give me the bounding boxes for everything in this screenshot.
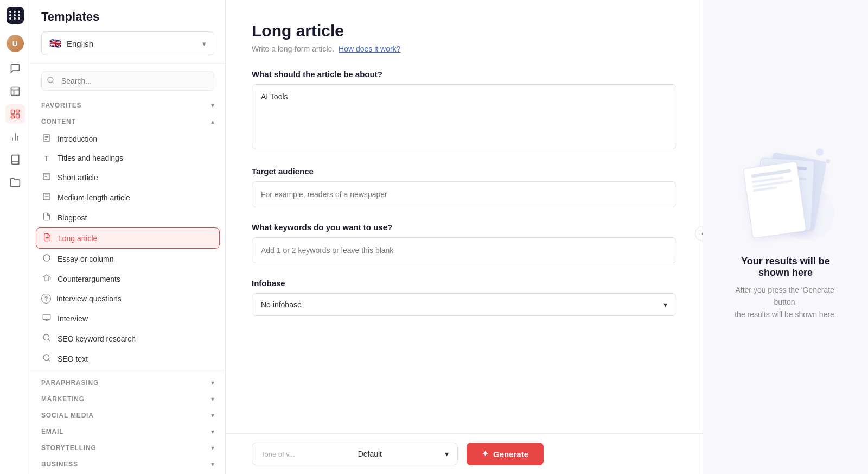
content-chevron-icon: ▴: [211, 118, 214, 125]
paper-1: [743, 161, 806, 239]
section-label-marketing: MARKETING: [41, 395, 85, 403]
results-panel: Your results will be shown here After yo…: [703, 0, 868, 474]
section-header-favorites[interactable]: FAVORITES ▾: [30, 96, 225, 112]
social-media-chevron-icon: ▾: [211, 412, 214, 419]
results-illustration: [737, 154, 834, 241]
svg-rect-25: [43, 314, 50, 319]
tone-value: Default: [358, 450, 382, 458]
section-label-favorites: FAVORITES: [41, 102, 81, 109]
section-label-storytelling: STORYTELLING: [41, 444, 97, 452]
search-icon: [47, 76, 55, 86]
how-it-works-link[interactable]: How does it work?: [339, 45, 400, 53]
about-field-group: What should the article be about? AI Too…: [252, 69, 676, 151]
folder-icon[interactable]: [5, 173, 25, 192]
sidebar-item-titles[interactable]: T Titles and headings: [36, 149, 220, 167]
language-selector[interactable]: 🇬🇧 English ▾: [41, 31, 214, 55]
icon-bar: U: [0, 0, 30, 474]
svg-line-31: [48, 359, 50, 361]
svg-line-11: [52, 81, 54, 83]
short-article-icon: [41, 172, 52, 182]
keywords-label: What keywords do you want to use?: [252, 223, 676, 232]
sidebar-item-short-article[interactable]: Short article: [36, 167, 220, 187]
about-textarea[interactable]: AI Tools: [252, 84, 676, 149]
sidebar-item-seo-keyword[interactable]: SEO keyword research: [36, 328, 220, 349]
content-items: Introduction T Titles and headings Short…: [30, 129, 225, 369]
generate-button[interactable]: ✦ Generate: [467, 443, 544, 465]
sidebar-item-seo-text[interactable]: SEO text: [36, 349, 220, 369]
blogpost-icon: [41, 212, 52, 223]
favorites-chevron-icon: ▾: [211, 102, 214, 109]
keywords-field-group: What keywords do you want to use?: [252, 223, 676, 263]
results-subtitle: After you press the 'Generate' button,th…: [725, 284, 846, 320]
user-avatar[interactable]: U: [7, 35, 24, 52]
form-subtitle: Write a long-form article. How does it w…: [252, 45, 676, 53]
sidebar-item-label: Essay or column: [58, 255, 113, 263]
sidebar-item-label: Blogpost: [58, 213, 87, 222]
sidebar-nav: FAVORITES ▾ CONTENT ▴ Introduction T Tit…: [30, 91, 225, 474]
tone-label: Tone of v...: [261, 450, 295, 458]
counterarguments-icon: [41, 274, 52, 284]
section-header-business[interactable]: BUSINESS ▾: [30, 455, 225, 471]
app-logo[interactable]: [7, 7, 24, 24]
section-label-social-media: SOCIAL MEDIA: [41, 412, 94, 419]
tone-select[interactable]: Tone of v... Default ▾: [252, 443, 458, 465]
documents-icon[interactable]: [5, 81, 25, 101]
section-header-paraphrasing[interactable]: PARAPHRASING ▾: [30, 374, 225, 390]
svg-rect-0: [11, 87, 19, 96]
sidebar-item-long-article[interactable]: Long article: [36, 227, 220, 249]
language-name: English: [67, 39, 93, 48]
svg-point-28: [43, 334, 49, 340]
about-label: What should the article be about?: [252, 69, 676, 79]
sidebar-item-label: Medium-length article: [58, 193, 130, 202]
section-header-social-media[interactable]: SOCIAL MEDIA ▾: [30, 406, 225, 422]
section-header-email[interactable]: EMAIL ▾: [30, 422, 225, 439]
search-input[interactable]: [41, 71, 214, 91]
paper-stack: [737, 154, 834, 241]
books-icon[interactable]: [5, 150, 25, 169]
infobase-value: No infobase: [261, 300, 302, 309]
sidebar: Templates 🇬🇧 English ▾ FAVORITES ▾ CONTE…: [30, 0, 226, 474]
svg-rect-5: [16, 114, 19, 118]
email-chevron-icon: ▾: [211, 428, 214, 435]
sidebar-item-blogpost[interactable]: Blogpost: [36, 207, 220, 227]
language-flag: 🇬🇧: [49, 37, 61, 49]
svg-point-24: [43, 255, 50, 261]
sidebar-item-medium-article[interactable]: Medium-length article: [36, 187, 220, 207]
sidebar-item-essay[interactable]: Essay or column: [36, 249, 220, 269]
seo-text-icon: [41, 353, 52, 364]
svg-rect-3: [11, 110, 14, 115]
svg-rect-4: [16, 110, 19, 112]
sidebar-item-label: SEO keyword research: [58, 334, 136, 343]
interview-icon: [41, 313, 52, 324]
chat-icon[interactable]: [5, 59, 25, 78]
essay-icon: [41, 254, 52, 264]
sidebar-item-label: Counterarguments: [58, 275, 120, 283]
chart-icon[interactable]: [5, 127, 25, 147]
section-label-paraphrasing: PARAPHRASING: [41, 379, 99, 387]
language-chevron-icon: ▾: [202, 40, 206, 48]
sidebar-item-interview-questions[interactable]: ? Interview questions: [36, 289, 220, 308]
sidebar-item-introduction[interactable]: Introduction: [36, 129, 220, 149]
keywords-input[interactable]: [252, 237, 676, 263]
audience-label: Target audience: [252, 167, 676, 176]
search-box: [41, 71, 214, 91]
sidebar-title: Templates: [41, 10, 214, 24]
generate-sparkle-icon: ✦: [482, 449, 489, 459]
audience-field-group: Target audience: [252, 167, 676, 207]
sidebar-item-label: Short article: [58, 173, 98, 182]
sidebar-item-counterarguments[interactable]: Counterarguments: [36, 269, 220, 289]
sidebar-item-label: Interview: [58, 314, 88, 323]
sidebar-item-label: SEO text: [58, 355, 88, 363]
audience-input[interactable]: [252, 181, 676, 207]
business-chevron-icon: ▾: [211, 460, 214, 468]
section-header-content[interactable]: CONTENT ▴: [30, 112, 225, 129]
sidebar-item-interview[interactable]: Interview: [36, 308, 220, 328]
sidebar-item-label: Long article: [58, 234, 97, 243]
infobase-select[interactable]: No infobase ▾: [252, 293, 676, 316]
paraphrasing-chevron-icon: ▾: [211, 379, 214, 387]
section-header-marketing[interactable]: MARKETING ▾: [30, 390, 225, 406]
seo-keyword-icon: [41, 333, 52, 344]
main-area: Long article Write a long-form article. …: [226, 0, 868, 474]
templates-icon[interactable]: [5, 104, 25, 124]
section-header-storytelling[interactable]: STORYTELLING ▾: [30, 439, 225, 455]
